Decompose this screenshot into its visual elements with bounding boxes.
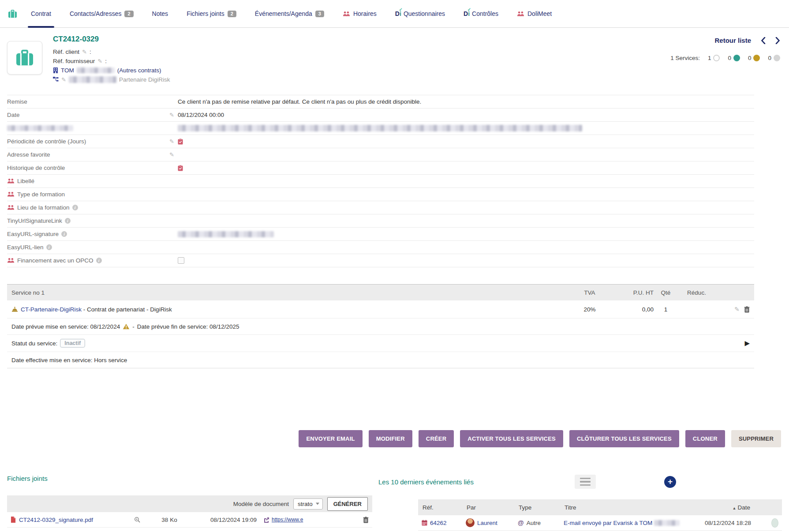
back-to-list-link[interactable]: Retour liste [714, 37, 751, 44]
tab-controles[interactable]: Di✓ Contrôles [454, 0, 508, 27]
tab-label: Notes [152, 10, 168, 17]
edit-pencil-icon[interactable]: ✎ [169, 152, 174, 157]
clipboard-check-icon[interactable] [178, 139, 183, 145]
field-row-redacted [7, 122, 754, 135]
col-header-par[interactable]: Par [467, 504, 519, 511]
status-dot-closed [774, 55, 780, 61]
clone-button[interactable]: CLONER [685, 430, 725, 447]
col-header-pu-ht: P.U. HT [610, 289, 654, 296]
trash-icon[interactable] [744, 306, 750, 313]
chevron-left-icon[interactable] [761, 37, 766, 44]
status-dot-expired [753, 55, 760, 61]
tab-label: Événements/Agenda [255, 10, 312, 17]
document-model-value: strato [298, 501, 313, 507]
event-title-link[interactable]: E-mail envoyé par Evarisk à TOM [564, 520, 652, 526]
digirisk-logo-icon: Di✓ [464, 10, 470, 17]
redacted-field-label [7, 125, 73, 131]
info-icon: i [72, 205, 78, 210]
contract-banner: CT2412-0329 Réf. client ✎ : Réf. fournis… [0, 28, 789, 92]
delete-button[interactable]: SUPPRIMER [731, 430, 781, 447]
field-label: EasyURL-signature [7, 231, 59, 237]
tab-contrat[interactable]: Contrat [22, 0, 60, 27]
field-value: Ce client n'a pas de remise relative par… [178, 98, 754, 105]
services-status-counts: 1 Services: 1 0 0 0 [670, 55, 780, 61]
ref-client-separator: : [90, 49, 91, 55]
tab-horaires[interactable]: Horaires [333, 0, 386, 27]
generate-button[interactable]: GÉNÉRER [327, 497, 368, 511]
info-icon: i [65, 218, 71, 224]
field-label: Type de formation [17, 191, 65, 198]
col-header-type[interactable]: Type [519, 504, 565, 511]
create-button[interactable]: CRÉER [419, 430, 454, 447]
edit-pencil-icon[interactable]: ✎ [61, 77, 66, 82]
tab-fichiers-joints[interactable]: Fichiers joints2 [177, 0, 246, 27]
document-model-label: Modèle de document [233, 501, 289, 507]
col-header-date[interactable]: ▲Date [684, 504, 750, 511]
attachment-file-size: 38 Ko [151, 517, 188, 523]
services-table-header: Service no 1 TVA P.U. HT Qté Réduc. [7, 284, 754, 300]
user-avatar [466, 518, 475, 527]
warning-icon [123, 323, 130, 330]
tab-notes[interactable]: Notes [143, 0, 178, 27]
event-user-link[interactable]: Laurent [477, 520, 497, 526]
service-bell-icon [11, 307, 18, 312]
people-group-icon [7, 191, 15, 197]
preview-magnifier-icon[interactable] [134, 517, 140, 523]
tab-contacts-adresses[interactable]: Contacts/Adresses2 [60, 0, 143, 27]
redacted-project-ref [69, 76, 116, 83]
opco-checkbox[interactable] [178, 257, 184, 264]
people-group-icon [343, 11, 350, 17]
document-model-select[interactable]: strato [293, 498, 323, 510]
service-ref-link[interactable]: CT-Partenaire-DigiRisk [21, 306, 82, 313]
tab-evenements-agenda[interactable]: Événements/Agenda3 [246, 0, 333, 27]
modify-button[interactable]: MODIFIER [369, 430, 412, 447]
services-table: Service no 1 TVA P.U. HT Qté Réduc. CT-P… [7, 284, 754, 368]
edit-pencil-icon[interactable]: ✎ [82, 49, 87, 55]
activate-all-services-button[interactable]: ACTIVER TOUS LES SERVICES [460, 430, 563, 447]
attachment-file-date: 08/12/2024 19:09 [188, 517, 257, 523]
project-line: ✎ Partenaire DigiRisk [53, 75, 782, 83]
attachment-row: CT2412-0329_signature.pdf 38 Ko 08/12/20… [7, 512, 372, 528]
contract-fields-table: Remise Ce client n'a pas de remise relat… [7, 95, 754, 267]
tab-label: Contrôles [472, 10, 498, 17]
info-icon: i [96, 258, 102, 263]
events-title: Les 10 derniers événements liés [378, 478, 474, 486]
field-row-easyurl-lien: EasyURL-lien i [7, 241, 754, 254]
col-header-titre[interactable]: Titre [565, 504, 684, 511]
action-buttons-bar: ENVOYER EMAIL MODIFIER CRÉER ACTIVER TOU… [0, 430, 781, 447]
status-badge: Inactif [60, 339, 85, 348]
field-row-date: Date ✎ 08/12/2024 00:00 [7, 109, 754, 122]
close-all-services-button[interactable]: CLÔTURER TOUS LES SERVICES [569, 430, 679, 447]
effective-date-text: Date effective mise en service: Hors ser… [11, 357, 127, 363]
edit-pencil-icon[interactable]: ✎ [97, 58, 102, 64]
activate-service-play-icon[interactable]: ▶ [744, 339, 750, 347]
edit-pencil-icon[interactable]: ✎ [169, 139, 174, 144]
sort-asc-icon: ▲ [733, 506, 737, 510]
ref-supplier-separator: : [105, 58, 107, 64]
add-event-button[interactable]: + [664, 476, 676, 488]
clipboard-check-icon[interactable] [178, 165, 183, 171]
field-label: Historique de contrôle [7, 165, 169, 171]
tab-dolimeet[interactable]: DoliMeet [508, 0, 561, 27]
field-row-lieu-formation: Lieu de la formation i [7, 201, 754, 214]
event-ref-link[interactable]: 64262 [430, 520, 447, 526]
other-contracts-link[interactable]: (Autres contrats) [117, 67, 161, 74]
field-label: Date [7, 112, 169, 118]
edit-pencil-icon[interactable]: ✎ [169, 112, 174, 118]
field-row-type-formation: Type de formation [7, 188, 754, 201]
tab-label: Contacts/Adresses [70, 10, 122, 17]
attachment-file-link[interactable]: CT2412-0329_signature.pdf [19, 517, 93, 523]
list-view-icon[interactable] [575, 475, 596, 489]
edit-line-pencil-icon[interactable]: ✎ [734, 306, 740, 312]
services-closed-count: 0 [768, 55, 780, 61]
field-row-adresse-favorite: Adresse favorite ✎ [7, 148, 754, 161]
chevron-right-icon[interactable] [775, 37, 780, 44]
tab-questionnaires[interactable]: Di✓ Questionnaires [386, 0, 454, 27]
col-header-ref[interactable]: Réf. [423, 504, 467, 511]
thirdparty-link[interactable]: TOM [61, 67, 74, 74]
attachment-share-link[interactable]: https://www.e [272, 517, 303, 523]
send-email-button[interactable]: ENVOYER EMAIL [299, 430, 362, 447]
people-group-icon [7, 178, 15, 184]
trash-icon[interactable] [363, 517, 369, 523]
object-photo-card [7, 41, 42, 75]
